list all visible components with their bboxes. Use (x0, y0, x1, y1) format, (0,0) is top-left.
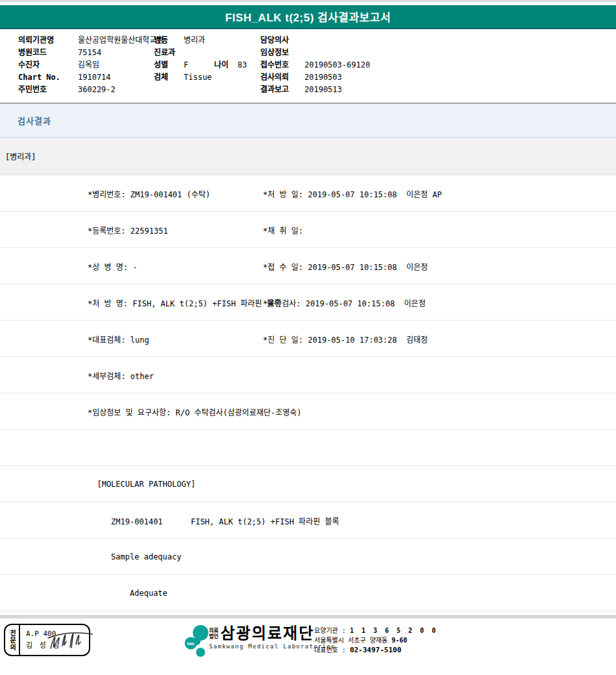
patient-info-value: 75154 (78, 48, 101, 57)
patient-info-line: 주민번호360229-2 (18, 84, 164, 96)
patient-info-col-left: 의뢰기관명울산공업학원울산대학교병병원코드75154수진자김옥임Chart No… (18, 34, 164, 96)
pathologist-stamp: 전문의 A.P 400 김 성 남 (4, 624, 90, 656)
patient-info-line: 검체Tissue (154, 71, 247, 84)
patient-info-line: 결과보고20190513 (260, 84, 370, 96)
patient-info-label: 접수번호 (260, 59, 304, 71)
patient-info-label: Chart No. (18, 71, 78, 84)
result-row: [MOLECULAR PATHOLOGY] (0, 466, 616, 502)
patient-info-section: 의뢰기관명울산공업학원울산대학교병병원코드75154수진자김옥임Chart No… (0, 29, 616, 104)
patient-info-label: 나이 (214, 59, 238, 71)
contact-phone: 대표번호 : 02-3497-5100 (314, 645, 437, 655)
result-row-left: *처 방 명: FISH, ALK t(2;5) +FISH 파라핀 블록 (88, 297, 281, 308)
patient-info-label: 담당의사 (260, 34, 304, 47)
stamp-role-cell: 전문의 (5, 625, 20, 655)
result-row-left: *병리번호: ZM19-001401 (수탁) (88, 188, 210, 199)
patient-info-value: 20190503 (304, 73, 342, 82)
patient-info-line: 병동병리과 (154, 34, 247, 47)
patient-info-value: 병리과 (184, 34, 214, 47)
patient-info-value: 김옥임 (78, 60, 99, 69)
result-row-left: *등록번호: 22591351 (88, 224, 168, 235)
result-row: Adequate (0, 575, 616, 611)
patient-info-label: 주민번호 (18, 84, 78, 96)
result-row-left: Sample adequacy (88, 552, 182, 561)
result-row: *처 방 명: FISH, ALK t(2;5) +FISH 파라핀 블록*육안… (0, 284, 616, 321)
patient-info-value: 360229-2 (78, 85, 116, 94)
patient-info-value: 83 (238, 60, 247, 69)
patient-info-line: 의뢰기관명울산공업학원울산대학교병 (18, 34, 164, 47)
patient-info-line: 검사의뢰20190503 (260, 71, 370, 84)
patient-info-value: 1910714 (78, 73, 111, 82)
patient-info-col-right: 담당의사임상정보접수번호20190503-69120검사의뢰20190503결과… (260, 34, 370, 96)
contact-institution-code: 요양기관 : 1 1 3 6 5 2 0 0 (314, 626, 437, 635)
results-section-header: 검사결과 (0, 104, 616, 138)
patient-info-value: 20190503-69120 (304, 60, 370, 69)
signature-scribble (45, 626, 96, 654)
organization-type: 의료 법인 (209, 628, 219, 639)
department-label: [병리과] (5, 151, 36, 162)
sml-logo-text: SML (187, 642, 195, 646)
result-row-left: ZM19-001401 FISH, ALK t(2;5) +FISH 파라핀 블… (88, 515, 339, 526)
patient-info-line: 병원코드75154 (18, 47, 164, 59)
patient-info-label: 임상정보 (260, 47, 304, 59)
patient-info-label: 결과보고 (260, 84, 304, 96)
result-row: Sample adequacy (0, 539, 616, 575)
result-row: *임상정보 및 요구사항: R/O 수탁검사(삼광의료재단-조영숙) (0, 393, 616, 430)
result-row: *세부검체: other (0, 357, 616, 393)
result-row-left: Adequate (88, 589, 167, 598)
patient-info-line: 임상정보 (260, 47, 370, 59)
result-row-right: *처 방 일: 2019-05-07 10:15:08 이은정 AP (263, 188, 442, 199)
stamp-role-label: 전문의 (9, 630, 16, 651)
department-row: [병리과] (0, 138, 616, 175)
report-title-bar: FISH_ALK t(2;5) 검사결과보고서 (0, 5, 616, 29)
patient-info-col-middle: 병동병리과진료과성별F나이83검체Tissue (154, 34, 247, 84)
result-row: ZM19-001401 FISH, ALK t(2;5) +FISH 파라핀 블… (0, 502, 616, 539)
footer: 전문의 A.P 400 김 성 남 (0, 619, 616, 663)
org-type-line2: 법인 (209, 633, 219, 639)
patient-info-line: 접수번호20190503-69120 (260, 59, 370, 71)
patient-info-line: 성별F나이83 (154, 59, 247, 71)
patient-info-line: 수진자김옥임 (18, 59, 164, 71)
patient-info-value: F (184, 59, 214, 71)
patient-info-line: 담당의사 (260, 34, 370, 47)
result-row: *병리번호: ZM19-001401 (수탁)*처 방 일: 2019-05-0… (0, 175, 616, 212)
patient-info-label: 병동 (154, 34, 184, 47)
result-row-right: *접 수 일: 2019-05-07 10:15:08 이은정 (263, 260, 428, 271)
result-row-right: *채 취 일: (263, 224, 303, 235)
result-rows: *병리번호: ZM19-001401 (수탁)*처 방 일: 2019-05-0… (0, 175, 616, 611)
result-row-left: *대표검체: lung (88, 333, 149, 344)
patient-info-label: 검사의뢰 (260, 71, 304, 84)
patient-info-value: Tissue (184, 71, 214, 84)
report-page: FISH_ALK t(2;5) 검사결과보고서 의뢰기관명울산공업학원울산대학교… (0, 0, 616, 675)
result-row-left: [MOLECULAR PATHOLOGY] (88, 480, 195, 489)
patient-info-line: 진료과 (154, 47, 247, 59)
organization-name: 삼광의료재단 (221, 626, 314, 641)
patient-info-label: 수진자 (18, 59, 78, 71)
result-row (0, 430, 616, 466)
result-row-right: *육안검사: 2019-05-07 10:15:08 이은정 (263, 297, 426, 308)
patient-info-value: 울산공업학원울산대학교병 (78, 36, 164, 45)
patient-info-label: 검체 (154, 71, 184, 84)
result-row: *대표검체: lung*진 단 일: 2019-05-10 17:03:28 김… (0, 321, 616, 357)
result-row: *상 병 명: -*접 수 일: 2019-05-07 10:15:08 이은정 (0, 248, 616, 284)
org-type-line1: 의료 (209, 628, 219, 633)
patient-info-value: 20190513 (304, 85, 342, 94)
result-row-left: *임상정보 및 요구사항: R/O 수탁검사(삼광의료재단-조영숙) (88, 406, 302, 417)
patient-info-label: 진료과 (154, 47, 184, 59)
patient-info-label: 의뢰기관명 (18, 34, 78, 47)
result-row-left: *상 병 명: - (88, 260, 137, 271)
patient-info-line: Chart No.1910714 (18, 71, 164, 84)
contact-info: 요양기관 : 1 1 3 6 5 2 0 0 서울특별시 서초구 양재동 9-6… (314, 626, 437, 655)
sml-logo: SML (184, 625, 209, 659)
result-row-right: *진 단 일: 2019-05-10 17:03:28 김태정 (263, 333, 428, 344)
contact-address: 서울특별시 서초구 양재동 9-60 (314, 635, 437, 645)
results-section-title: 검사결과 (18, 114, 51, 127)
patient-info-label: 병원코드 (18, 47, 78, 59)
page-title: FISH_ALK t(2;5) 검사결과보고서 (225, 8, 391, 25)
result-row: *등록번호: 22591351*채 취 일: (0, 212, 616, 248)
result-row-left: *세부검체: other (88, 369, 154, 380)
patient-info-label: 성별 (154, 59, 184, 71)
